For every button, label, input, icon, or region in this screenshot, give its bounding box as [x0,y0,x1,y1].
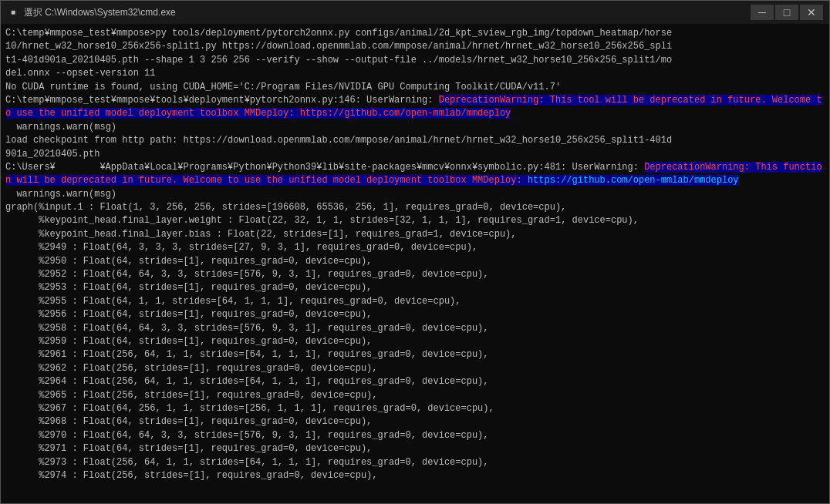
terminal-line: graph(%input.1 : Float(1, 3, 256, 256, s… [5,201,825,214]
terminal-line: %keypoint_head.final_layer.bias : Float(… [5,228,825,241]
terminal-line: %2958 : Float(64, 64, 3, 3, strides=[576… [5,322,825,335]
window-title: 選択 C:\Windows\System32\cmd.exe [24,6,176,19]
terminal-line: %2952 : Float(64, 64, 3, 3, strides=[576… [5,268,825,281]
terminal-line: %2961 : Float(256, 64, 1, 1, strides=[64… [5,348,825,361]
terminal-line: %2950 : Float(64, strides=[1], requires_… [5,255,825,268]
cmd-icon: ■ [7,6,19,18]
terminal-line: No CUDA runtime is found, using CUDA_HOM… [5,81,825,94]
title-bar-left: ■ 選択 C:\Windows\System32\cmd.exe [7,6,176,19]
terminal-line: %2965 : Float(256, strides=[1], requires… [5,389,825,402]
window-controls[interactable]: ─ □ ✕ [751,5,823,20]
minimize-button[interactable]: ─ [751,5,774,20]
cmd-window: ■ 選択 C:\Windows\System32\cmd.exe ─ □ ✕ C… [0,0,830,504]
close-button[interactable]: ✕ [800,5,823,20]
terminal-line: %2964 : Float(256, 64, 1, 1, strides=[64… [5,375,825,388]
title-bar: ■ 選択 C:\Windows\System32\cmd.exe ─ □ ✕ [1,1,829,24]
terminal-line: warnings.warn(msg) [5,121,825,134]
terminal-line: t1-401d901a_20210405.pth --shape 1 3 256… [5,54,825,67]
terminal-line: %2949 : Float(64, 3, 3, 3, strides=[27, … [5,241,825,254]
terminal-output: C:\temp¥mmpose_test¥mmpose>py tools/depl… [1,24,829,503]
terminal-line: 901a_20210405.pth [5,148,825,161]
terminal-line: %2956 : Float(64, strides=[1], requires_… [5,308,825,321]
terminal-line: del.onnx --opset-version 11 [5,67,825,80]
terminal-line: %2959 : Float(64, strides=[1], requires_… [5,335,825,348]
terminal-line: %2953 : Float(64, strides=[1], requires_… [5,281,825,294]
terminal-line: 10/hrnet_w32_horse10_256x256-split1.py h… [5,40,825,53]
terminal-line: %2968 : Float(64, strides=[1], requires_… [5,415,825,428]
terminal-line: %2974 : Float(256, strides=[1], requires… [5,469,825,482]
maximize-button[interactable]: □ [775,5,798,20]
terminal-line: C:\temp¥mmpose_test¥mmpose¥tools¥deploym… [5,94,825,121]
terminal-line: %keypoint_head.final_layer.weight : Floa… [5,214,825,227]
terminal-line: %2967 : Float(64, 256, 1, 1, strides=[25… [5,402,825,415]
terminal-line: C:\temp¥mmpose_test¥mmpose>py tools/depl… [5,27,825,40]
terminal-line: C:\Users¥ ¥AppData¥Local¥Programs¥Python… [5,161,825,188]
terminal-line: %2973 : Float(256, 64, 1, 1, strides=[64… [5,456,825,469]
terminal-line: load checkpoint from http path: https://… [5,134,825,147]
terminal-line: %2962 : Float(256, strides=[1], requires… [5,362,825,375]
terminal-line: %2970 : Float(64, 64, 3, 3, strides=[576… [5,429,825,442]
terminal-line: %2955 : Float(64, 1, 1, strides=[64, 1, … [5,295,825,308]
terminal-line: %2971 : Float(64, strides=[1], requires_… [5,442,825,455]
terminal-line: warnings.warn(msg) [5,188,825,201]
